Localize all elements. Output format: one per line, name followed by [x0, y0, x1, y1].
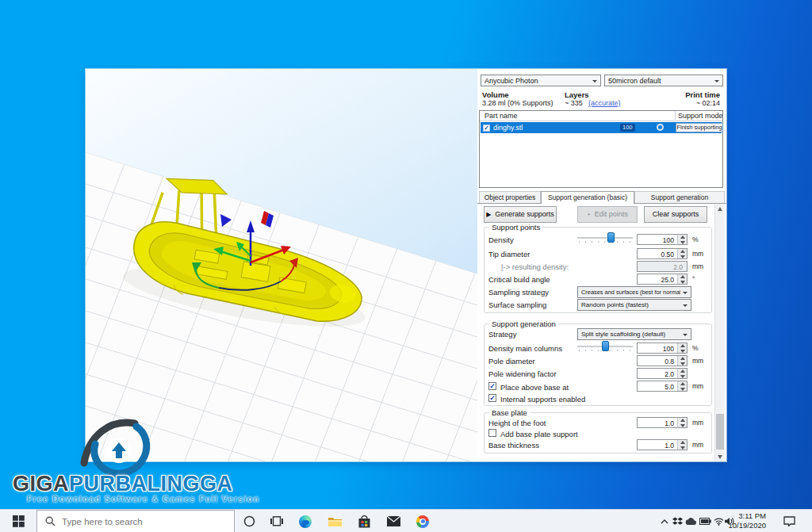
tray-battery-button[interactable]	[698, 510, 712, 532]
surface-sampling-select[interactable]: Random points (fastest)	[577, 299, 691, 311]
density-main-columns-input[interactable]: 100	[637, 343, 688, 354]
base-thickness-spinner[interactable]	[677, 440, 687, 450]
place-above-base-label: Place above base at	[500, 383, 569, 392]
scroll-up-button[interactable]	[715, 204, 725, 214]
density-slider[interactable]	[577, 232, 633, 244]
edit-points-button[interactable]: +Edit points	[577, 206, 638, 223]
support-points-title: Support points	[489, 223, 542, 232]
start-button[interactable]	[0, 510, 36, 532]
mail-button[interactable]	[383, 510, 404, 532]
viewport-3d[interactable]	[86, 69, 477, 461]
generate-supports-button[interactable]: ▶Generate supports	[484, 206, 557, 223]
tray-onedrive-button[interactable]	[684, 510, 698, 532]
task-view-button[interactable]	[266, 510, 287, 532]
density-main-columns-spinner[interactable]	[677, 343, 687, 353]
density-unit: %	[692, 235, 699, 243]
layers-accurate-link[interactable]: (accurate)	[588, 99, 621, 107]
taskbar-clock[interactable]: 3:11 PM 10/19/2020	[726, 511, 766, 530]
part-row-dinghy[interactable]: ✓ dinghy.stl 100 Finish supporting	[481, 122, 722, 133]
internal-supports-checkbox[interactable]: ✓	[488, 394, 496, 402]
taskbar-search[interactable]	[36, 510, 235, 532]
add-base-plate-checkbox[interactable]	[488, 429, 496, 437]
chrome-icon	[416, 515, 429, 528]
slicer-app-window: Anycubic Photon 50micron default Volume …	[86, 69, 726, 461]
pole-widening-spinner[interactable]	[677, 369, 687, 378]
foot-height-spinner[interactable]	[677, 418, 687, 427]
tip-diameter-spinner[interactable]	[677, 249, 687, 258]
file-explorer-button[interactable]	[324, 510, 345, 532]
clock-time: 3:11 PM	[726, 511, 766, 521]
tab-support-generation-basic[interactable]: Support generation (basic)	[541, 191, 634, 204]
panel-scrollbar[interactable]	[714, 204, 725, 461]
mail-icon	[387, 516, 400, 526]
dropbox-icon	[672, 517, 683, 526]
chevron-down-icon	[683, 292, 688, 294]
add-base-plate-label: Add base plate support	[500, 430, 578, 438]
pole-diameter-input[interactable]: 0.8	[637, 355, 688, 366]
tray-dropbox-button[interactable]	[671, 510, 684, 532]
task-view-icon	[270, 516, 283, 526]
density-label: Density	[488, 235, 514, 244]
foot-height-value: 1.0	[665, 419, 674, 427]
part-row-status-icon	[657, 124, 664, 131]
place-above-base-unit: mm	[692, 382, 703, 390]
scrollbar-thumb[interactable]	[716, 414, 724, 450]
store-button[interactable]	[354, 510, 374, 532]
clear-supports-label: Clear supports	[653, 210, 699, 218]
density-main-columns-thumb[interactable]	[602, 341, 609, 351]
strategy-select[interactable]: Split style scaffolding (default)	[577, 328, 691, 340]
place-above-base-input[interactable]: 5.0	[637, 381, 688, 392]
density-input[interactable]: 100	[637, 234, 688, 245]
printer-preset-select[interactable]: Anycubic Photon	[481, 75, 601, 86]
pole-diameter-spinner[interactable]	[677, 356, 687, 366]
tip-diameter-input[interactable]: 0.50	[637, 248, 688, 259]
profile-preset-select[interactable]: 50micron default	[604, 75, 723, 86]
model-canvas[interactable]	[86, 69, 477, 461]
pole-diameter-unit: mm	[692, 357, 703, 365]
sampling-strategy-value: Creases and surfaces (best for normal mo…	[581, 289, 680, 296]
critical-angle-spinner[interactable]	[677, 274, 687, 284]
col-part-name: Part name	[485, 112, 518, 120]
foot-height-input[interactable]: 1.0	[637, 417, 688, 428]
printer-preset-value: Anycubic Photon	[485, 77, 590, 85]
cortana-button[interactable]	[238, 510, 260, 532]
density-slider-thumb[interactable]	[607, 232, 615, 243]
density-main-columns-slider[interactable]	[577, 341, 633, 353]
resulting-density-unit: mm	[692, 262, 703, 270]
place-above-base-spinner[interactable]	[677, 381, 687, 391]
scroll-down-button[interactable]	[715, 451, 725, 461]
file-explorer-icon	[328, 516, 342, 527]
volume-label: Volume	[482, 90, 509, 99]
edge-button[interactable]	[295, 510, 316, 532]
tray-expand-button[interactable]	[658, 510, 671, 532]
tab-object-properties[interactable]: Object properties	[479, 191, 541, 203]
watermark-brand-text: GIGAPURBALINGGA	[13, 472, 233, 496]
density-main-columns-label: Density main columns	[488, 344, 562, 353]
base-thickness-input[interactable]: 1.0	[637, 439, 688, 450]
store-icon	[358, 515, 370, 528]
part-row-value: 100	[620, 124, 635, 132]
resulting-density-value: 2.0	[673, 263, 683, 271]
tab-support-generation-advanced[interactable]: Support generation (advanced)	[634, 191, 725, 203]
pole-widening-input[interactable]: 2.0	[637, 368, 688, 379]
slider-ticks	[579, 241, 631, 243]
part-row-checkbox[interactable]: ✓	[483, 124, 490, 132]
taskbar: 3:11 PM 10/19/2020	[0, 509, 812, 532]
pole-diameter-value: 0.8	[665, 358, 674, 366]
critical-angle-input[interactable]: 25.0	[637, 274, 688, 285]
tip-diameter-label: Tip diameter	[488, 250, 530, 258]
density-main-columns-value: 100	[663, 345, 674, 353]
sampling-strategy-select[interactable]: Creases and surfaces (best for normal mo…	[577, 286, 691, 298]
search-input[interactable]	[62, 517, 213, 526]
density-spinner[interactable]	[677, 235, 687, 244]
clear-supports-button[interactable]: Clear supports	[644, 206, 707, 223]
density-value: 100	[663, 236, 674, 244]
chrome-button[interactable]	[412, 510, 433, 532]
pole-diameter-label: Pole diameter	[488, 357, 535, 366]
place-above-base-checkbox[interactable]: ✓	[488, 382, 496, 390]
critical-angle-label: Critical build angle	[488, 275, 550, 284]
finish-supporting-button[interactable]: Finish supporting	[676, 123, 723, 132]
clock-date: 10/19/2020	[726, 521, 766, 530]
chevron-down-icon	[714, 80, 719, 82]
action-center-button[interactable]	[779, 510, 799, 532]
